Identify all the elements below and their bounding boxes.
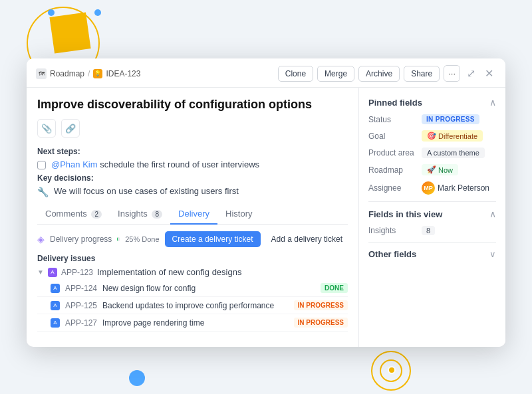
goal-text: Differentiate bbox=[438, 132, 477, 140]
issue-icon-blue-127: A bbox=[51, 318, 60, 328]
expand-button[interactable]: ⤢ bbox=[464, 66, 478, 81]
status-field-row: Status IN PROGRESS bbox=[368, 114, 496, 124]
link-button[interactable]: 🔗 bbox=[61, 119, 80, 138]
goal-emoji: 🎯 bbox=[427, 132, 436, 140]
roadmap-field-row: Roadmap 🚀 Now bbox=[368, 164, 496, 175]
issue-icon-blue: A bbox=[51, 284, 60, 293]
fields-in-view-header: Fields in this view ∧ bbox=[368, 209, 496, 219]
key-decisions-label: Key decisions: bbox=[37, 173, 348, 183]
status-badge: IN PROGRESS bbox=[422, 114, 479, 124]
roadmap-label: Roadmap bbox=[368, 165, 422, 175]
tab-history[interactable]: History bbox=[217, 204, 260, 225]
goal-value: 🎯 Differentiate bbox=[422, 130, 483, 142]
roadmap-value: 🚀 Now bbox=[422, 164, 458, 175]
next-steps-text: schedule the first round of user intervi… bbox=[98, 159, 260, 169]
tab-comments-label: Comments bbox=[45, 209, 87, 219]
tab-delivery[interactable]: Delivery bbox=[170, 204, 217, 225]
goal-field-row: Goal 🎯 Differentiate bbox=[368, 130, 496, 142]
left-panel: Improve discoverability of configuration… bbox=[27, 88, 359, 347]
deco-dot-bottom-right bbox=[388, 366, 396, 374]
assignee-label: Assignee bbox=[368, 183, 422, 193]
roadmap-text: Now bbox=[438, 166, 453, 174]
main-modal: 🗺 Roadmap / 💡 IDEA-123 Clone Merge Archi… bbox=[27, 58, 505, 347]
issue-group-header: ▼ A APP-123 Implementation of new config… bbox=[37, 267, 348, 277]
tab-comments-badge: 2 bbox=[91, 210, 102, 219]
right-panel: Pinned fields ∧ Status IN PROGRESS Goal … bbox=[359, 88, 505, 347]
divider-2 bbox=[368, 242, 496, 243]
modal-topbar: 🗺 Roadmap / 💡 IDEA-123 Clone Merge Archi… bbox=[27, 58, 505, 88]
tab-comments[interactable]: Comments 2 bbox=[37, 204, 110, 225]
attachment-button[interactable]: 📎 bbox=[37, 119, 56, 138]
product-area-field-row: Product area A custom theme bbox=[368, 148, 496, 158]
assignee-value: MP Mark Peterson bbox=[422, 181, 489, 195]
chevron-down-icon: ▼ bbox=[37, 268, 44, 276]
merge-button[interactable]: Merge bbox=[317, 66, 354, 82]
issue-icon-blue-125: A bbox=[51, 301, 60, 310]
tab-insights-label: Insights bbox=[118, 209, 148, 219]
assignee-name: Mark Peterson bbox=[438, 183, 489, 193]
checkbox[interactable] bbox=[37, 161, 46, 169]
tab-insights[interactable]: Insights 8 bbox=[110, 204, 170, 225]
key-decisions-text: We will focus on use cases of existing u… bbox=[54, 186, 239, 196]
roadmap-icon: 🗺 bbox=[36, 68, 47, 79]
more-options-button[interactable]: ··· bbox=[444, 65, 460, 82]
delivery-issues-label: Delivery issues bbox=[37, 254, 348, 263]
badge-in-progress-125: IN PROGRESS bbox=[294, 300, 348, 310]
table-row: A APP-125 Backend updates to improve con… bbox=[37, 297, 348, 314]
table-row: A APP-124 New design flow for config DON… bbox=[37, 280, 348, 297]
tab-history-label: History bbox=[225, 209, 252, 219]
deco-sticky-note bbox=[49, 12, 90, 53]
other-fields-row[interactable]: Other fields ∨ bbox=[368, 249, 496, 259]
roadmap-badge: 🚀 Now bbox=[422, 164, 458, 175]
goal-label: Goal bbox=[368, 132, 422, 141]
create-delivery-ticket-button[interactable]: Create a delivery ticket bbox=[165, 231, 261, 247]
next-steps-label: Next steps: bbox=[37, 147, 348, 156]
pinned-fields-title: Pinned fields bbox=[368, 98, 422, 108]
add-delivery-ticket-button[interactable]: Add a delivery ticket bbox=[266, 231, 348, 247]
issue-id-125: APP-125 bbox=[65, 301, 97, 310]
fields-in-view-title: Fields in this view bbox=[368, 209, 442, 219]
close-button[interactable]: ✕ bbox=[482, 66, 496, 81]
assignee-field-row: Assignee MP Mark Peterson bbox=[368, 181, 496, 195]
divider bbox=[368, 201, 496, 202]
product-area-label: Product area bbox=[368, 148, 422, 157]
issue-title-124: New design flow for config bbox=[102, 284, 315, 293]
pinned-fields-header: Pinned fields ∧ bbox=[368, 97, 496, 108]
deco-dot-bottom-center bbox=[129, 370, 145, 386]
issue-id-127: APP-127 bbox=[65, 318, 97, 328]
insights-badge: 8 bbox=[422, 226, 435, 235]
breadcrumb-roadmap: Roadmap bbox=[50, 69, 84, 78]
next-steps-item: @Phan Kim schedule the first round of us… bbox=[37, 159, 348, 169]
delivery-progress-row: ◈ Delivery progress 25% Done Create a de… bbox=[37, 231, 348, 247]
product-area-badge: A custom theme bbox=[422, 148, 485, 158]
roadmap-emoji: 🚀 bbox=[427, 165, 436, 174]
share-button[interactable]: Share bbox=[404, 66, 440, 82]
chevron-down-icon: ∨ bbox=[489, 249, 496, 259]
topbar-actions: Clone Merge Archive Share ··· ⤢ ✕ bbox=[278, 65, 496, 82]
idea-icon: 💡 bbox=[93, 69, 102, 78]
goal-badge: 🎯 Differentiate bbox=[422, 130, 483, 142]
modal-body: Improve discoverability of configuration… bbox=[27, 88, 505, 347]
insights-label: Insights bbox=[368, 226, 422, 235]
product-area-value: A custom theme bbox=[422, 148, 485, 158]
archive-button[interactable]: Archive bbox=[358, 66, 400, 82]
breadcrumb-idea: IDEA-123 bbox=[106, 69, 140, 78]
issue-id-124: APP-124 bbox=[65, 284, 97, 293]
key-decisions-icon: 🔧 bbox=[37, 187, 49, 197]
avatar: MP bbox=[422, 181, 435, 195]
issue-icon-purple: A bbox=[48, 268, 57, 277]
progress-bar-wrap bbox=[117, 237, 120, 241]
breadcrumb-sep: / bbox=[88, 69, 90, 78]
badge-in-progress-127: IN PROGRESS bbox=[294, 318, 348, 328]
status-value: IN PROGRESS bbox=[422, 114, 479, 124]
delivery-icon: ◈ bbox=[37, 234, 45, 245]
clone-button[interactable]: Clone bbox=[278, 66, 313, 82]
fields-in-view-collapse-button[interactable]: ∧ bbox=[489, 209, 496, 219]
status-label: Status bbox=[368, 115, 422, 124]
issue-title-127: Improve page rendering time bbox=[102, 318, 289, 328]
pinned-fields-collapse-button[interactable]: ∧ bbox=[489, 97, 496, 108]
mention: @Phan Kim bbox=[51, 159, 98, 169]
deco-dot-tr bbox=[94, 9, 101, 16]
group-issue-title: Implementation of new config designs bbox=[97, 267, 242, 277]
key-decisions-item: 🔧 We will focus on use cases of existing… bbox=[37, 186, 348, 197]
